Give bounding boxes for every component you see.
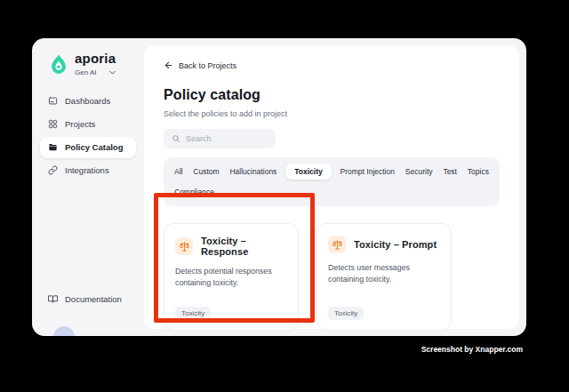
card-title: Toxicity – Prompt: [354, 239, 437, 250]
sidebar-item-label: Dashboards: [65, 96, 110, 106]
page-subtitle: Select the policies to add in project: [164, 109, 500, 118]
card-tag: Toxicity: [328, 307, 364, 320]
app-window: aporia Gen AI Dashboards: [32, 38, 526, 336]
avatar[interactable]: [53, 326, 75, 336]
back-link-label: Back to Projects: [179, 61, 236, 70]
tab-all[interactable]: All: [172, 164, 184, 180]
card-header: Toxicity – Response: [175, 236, 287, 257]
policy-cards: Toxicity – Response Detects potential re…: [164, 223, 500, 331]
sidebar-item-label: Projects: [65, 119, 95, 129]
link-icon: [48, 165, 58, 175]
book-icon: [48, 294, 58, 304]
sidebar: aporia Gen AI Dashboards: [32, 38, 144, 336]
tab-toxicity[interactable]: Toxicity: [285, 164, 332, 180]
sidebar-item-dashboards[interactable]: Dashboards: [40, 91, 136, 112]
tab-compliance[interactable]: Compliance: [172, 184, 216, 200]
arrow-left-icon: [164, 60, 173, 70]
search-icon: [172, 134, 180, 143]
sidebar-item-label: Policy Catalog: [65, 142, 123, 152]
brand-name: aporia: [75, 52, 116, 67]
tabs-row-1: All Custom Hallucinations Toxicity Promp…: [172, 164, 491, 180]
category-tabs: All Custom Hallucinations Toxicity Promp…: [164, 157, 500, 206]
tab-hallucinations[interactable]: Hallucinations: [228, 164, 278, 180]
tabs-row-2: Compliance: [172, 184, 491, 200]
scales-icon: [179, 241, 190, 252]
card-header: Toxicity – Prompt: [328, 236, 440, 253]
chevron-down-icon: [108, 68, 116, 76]
policy-icon-bg: [328, 236, 346, 253]
sidebar-item-documentation[interactable]: Documentation: [40, 288, 136, 309]
tab-security[interactable]: Security: [404, 164, 435, 180]
workspace-name: Gen AI: [75, 68, 96, 76]
policy-icon-bg: [175, 237, 193, 255]
card-description: Detects potential responses containing t…: [175, 266, 287, 289]
page-title: Policy catalog: [164, 87, 500, 103]
search-input[interactable]: [186, 134, 268, 143]
card-title: Toxicity – Response: [201, 236, 287, 257]
main-content: Back to Projects Policy catalog Select t…: [144, 45, 519, 329]
aporia-logo-icon: [50, 53, 68, 76]
projects-grid-icon: [48, 119, 58, 129]
sidebar-item-integrations[interactable]: Integrations: [40, 160, 136, 181]
sidebar-item-projects[interactable]: Projects: [40, 114, 136, 135]
watermark: Screenshot by Xnapper.com: [421, 345, 523, 354]
sidebar-item-label: Documentation: [65, 294, 122, 304]
tab-topics[interactable]: Topics: [466, 164, 491, 180]
search-box[interactable]: [164, 129, 276, 148]
card-tag: Toxicity: [175, 307, 211, 320]
sidebar-item-label: Integrations: [65, 165, 109, 175]
sidebar-nav: Dashboards Projects Policy Catalog: [32, 91, 144, 181]
dashboard-icon: [48, 96, 58, 106]
brand-block: aporia Gen AI: [32, 38, 144, 76]
tab-prompt-injection[interactable]: Prompt Injection: [339, 164, 397, 180]
card-description: Detects user messages containing toxicit…: [328, 262, 440, 285]
back-to-projects-link[interactable]: Back to Projects: [164, 60, 236, 70]
policy-card-toxicity-prompt[interactable]: Toxicity – Prompt Detects user messages …: [317, 223, 452, 331]
policy-card-toxicity-response[interactable]: Toxicity – Response Detects potential re…: [164, 223, 299, 331]
scales-icon: [332, 239, 343, 251]
tab-test[interactable]: Test: [441, 164, 459, 180]
folder-icon: [48, 142, 58, 152]
tab-custom[interactable]: Custom: [191, 164, 220, 180]
sidebar-item-policy-catalog[interactable]: Policy Catalog: [40, 137, 136, 158]
workspace-switcher[interactable]: Gen AI: [75, 68, 116, 76]
sidebar-footer: Documentation: [40, 288, 136, 309]
